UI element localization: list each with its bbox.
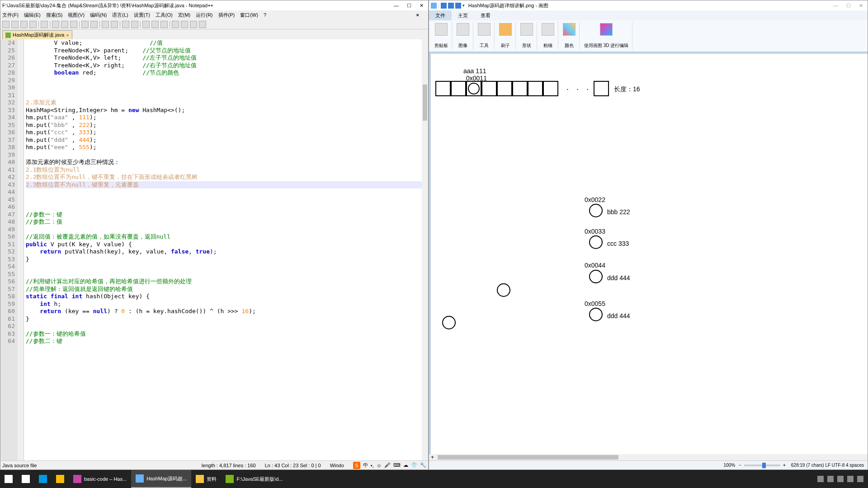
zoom-in-icon[interactable]: + — [783, 463, 786, 468]
horizontal-scrollbar[interactable]: + — [429, 454, 868, 460]
ribbon-icon[interactable] — [542, 23, 554, 36]
ribbon-group[interactable]: 图像 — [453, 22, 473, 50]
maximize-icon[interactable]: ☐ — [846, 3, 851, 9]
redo-icon[interactable] — [90, 21, 98, 28]
ime-kbd-icon[interactable]: ⌨ — [393, 462, 401, 468]
volume-icon[interactable] — [837, 476, 844, 482]
menu-item[interactable]: 运行(R) — [196, 12, 212, 19]
ribbon-group[interactable]: 剪贴板 — [431, 22, 452, 50]
paste-icon[interactable] — [70, 21, 77, 28]
ribbon-icon[interactable] — [457, 23, 469, 36]
tab-close-icon[interactable]: × — [66, 33, 69, 38]
menu-item[interactable]: 编码(N) — [90, 12, 107, 19]
close-icon[interactable]: ✕ — [420, 3, 424, 9]
macro-repeat-icon[interactable] — [199, 21, 206, 28]
npp-editor[interactable]: 2425262728293031323334353637383940414243… — [0, 39, 428, 460]
wordwrap-icon[interactable] — [142, 21, 150, 28]
ribbon-icon[interactable] — [478, 23, 491, 36]
menu-item[interactable]: 窗口(W) — [240, 12, 258, 19]
undo-icon[interactable] — [81, 21, 89, 28]
taskbar-item[interactable] — [52, 470, 69, 488]
ime-bar[interactable]: S 中 •, ☺ 🎤 ⌨ ☁ 👕 🔧 — [353, 462, 426, 469]
ime-mic-icon[interactable]: 🎤 — [384, 462, 391, 468]
menu-item[interactable]: 宏(M) — [178, 12, 191, 19]
ime-icon[interactable] — [857, 476, 863, 482]
ribbon-group[interactable]: 粗细 — [538, 22, 558, 50]
zoom-out-icon[interactable] — [131, 21, 138, 28]
macro-play-icon[interactable] — [181, 21, 188, 28]
paint-canvas-area[interactable]: aaa 111 0x0011 · · · 长度：16 0x0022 bbb — [429, 52, 868, 454]
menu-item[interactable]: 视图(V) — [68, 12, 85, 19]
menu-item[interactable]: 工具(O) — [156, 12, 173, 19]
ribbon-group[interactable]: 工具 — [474, 22, 495, 50]
ribbon-icon[interactable] — [600, 23, 613, 36]
indent-icon[interactable] — [160, 21, 168, 28]
taskbar-item[interactable] — [34, 470, 52, 488]
taskbar-item[interactable]: F:\JavaSE最新版\d... — [221, 470, 287, 488]
zoom-out-icon[interactable]: − — [739, 463, 741, 468]
taskbar-item[interactable]: basic-code – Has... — [69, 470, 131, 488]
save-icon[interactable] — [441, 3, 447, 9]
minimize-icon[interactable]: — — [394, 3, 399, 9]
ribbon-icon[interactable] — [499, 23, 512, 36]
menu-item[interactable]: 插件(P) — [218, 12, 235, 19]
ribbon-group[interactable]: 刷子 — [495, 22, 516, 50]
ime-lang-icon[interactable]: 中 — [363, 462, 368, 469]
ribbon-group[interactable]: 形状 — [517, 22, 537, 50]
cut-icon[interactable] — [52, 21, 59, 28]
saveall-icon[interactable] — [29, 21, 37, 28]
vertical-scrollbar[interactable] — [422, 39, 428, 460]
scroll-thumb[interactable] — [423, 84, 427, 121]
zoom-slider[interactable] — [744, 465, 780, 466]
print-icon[interactable] — [41, 21, 48, 28]
minimize-icon[interactable]: — — [833, 3, 838, 9]
ribbon-icon[interactable] — [520, 23, 533, 36]
system-tray[interactable] — [813, 476, 868, 482]
code-area[interactable]: V value; //值 TreeNode<K,V> parent; //父节点… — [24, 39, 428, 460]
taskbar-item[interactable] — [17, 470, 34, 488]
zoom-in-icon[interactable] — [122, 21, 129, 28]
qat-dropdown-icon[interactable]: ▾ — [462, 3, 465, 8]
ribbon-group[interactable]: 颜色 — [559, 22, 580, 50]
paint-canvas[interactable]: aaa 111 0x0011 · · · 长度：16 0x0022 bbb — [431, 54, 868, 454]
canvas-resize-icon[interactable]: + — [429, 454, 436, 460]
open-icon[interactable] — [11, 21, 19, 28]
ime-cloud-icon[interactable]: ☁ — [403, 462, 408, 468]
ime-tool-icon[interactable]: 🔧 — [420, 462, 426, 468]
battery-icon[interactable] — [847, 476, 854, 482]
ribbon-group[interactable]: 使用画图 3D 进行编辑 — [580, 22, 632, 50]
menu-item[interactable]: ? — [264, 12, 266, 18]
replace-icon[interactable] — [111, 21, 118, 28]
npp-tab-active[interactable]: HashMap源码解读.java × — [2, 30, 72, 39]
chevron-up-icon[interactable] — [817, 476, 824, 482]
menu-item[interactable]: 设置(T) — [134, 12, 150, 19]
macro-rec-icon[interactable] — [172, 21, 179, 28]
find-icon[interactable] — [102, 21, 109, 28]
ime-skin-icon[interactable]: 👕 — [411, 462, 417, 468]
tab-home[interactable]: 主页 — [452, 10, 474, 20]
menu-item[interactable]: 编辑(E) — [24, 12, 41, 19]
new-icon[interactable] — [2, 21, 9, 28]
ribbon-icon[interactable] — [563, 23, 576, 36]
taskbar-item[interactable]: 资料 — [191, 470, 221, 488]
menu-item[interactable]: 搜索(S) — [46, 12, 63, 19]
redo-icon[interactable] — [455, 3, 461, 9]
ribbon-icon[interactable] — [435, 23, 448, 36]
maximize-icon[interactable]: ☐ — [407, 3, 411, 9]
network-icon[interactable] — [827, 476, 834, 482]
close-icon[interactable]: ✕ — [859, 3, 863, 9]
allchars-icon[interactable] — [151, 21, 159, 28]
ime-punct-icon[interactable]: •, — [371, 463, 374, 468]
taskbar-item[interactable] — [0, 470, 17, 488]
ime-emoji-icon[interactable]: ☺ — [377, 463, 382, 468]
menu-item[interactable]: 语言(L) — [112, 12, 128, 19]
taskbar-item[interactable]: HashMap源码超... — [131, 470, 191, 488]
close-tabs-icon[interactable]: × — [415, 12, 421, 18]
undo-icon[interactable] — [448, 3, 454, 9]
save-icon[interactable] — [20, 21, 28, 28]
ime-sogou-icon[interactable]: S — [353, 462, 360, 469]
tab-file[interactable]: 文件 — [429, 10, 452, 20]
fold-margin[interactable] — [18, 39, 24, 460]
menu-item[interactable]: 文件(F) — [2, 12, 19, 19]
scroll-thumb[interactable] — [438, 455, 618, 460]
